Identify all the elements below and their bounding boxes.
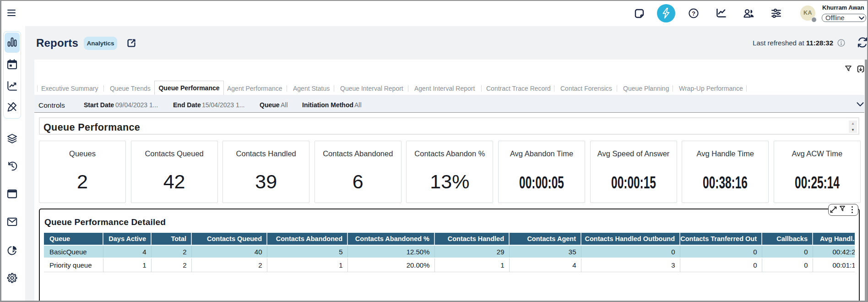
svg-text:?: ? (692, 10, 695, 17)
